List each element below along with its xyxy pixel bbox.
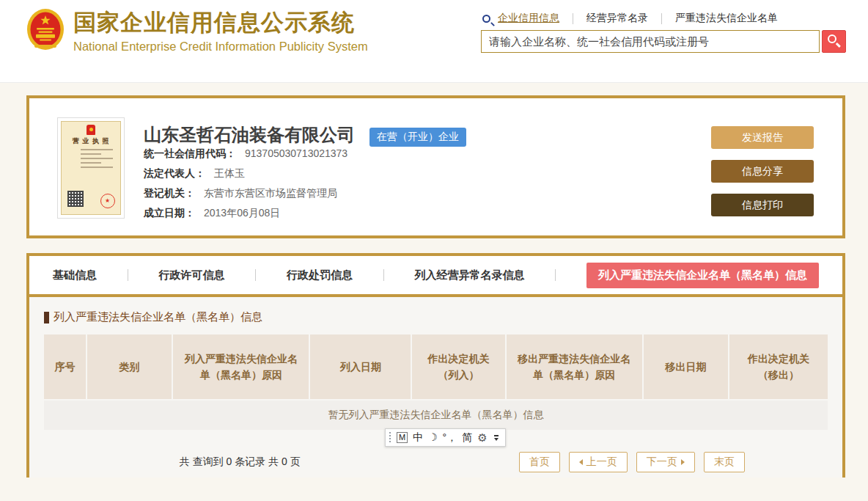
status-badge: 在营（开业）企业 — [369, 128, 466, 147]
col-header-list-authority: 作出决定机关（列入） — [412, 334, 506, 399]
company-fields: 统一社会信用代码：913705030713021373 法定代表人：王体玉 登记… — [144, 147, 347, 226]
company-summary-card: 营 业 执 照 山东圣哲石油装备有限公司 在营（开业）企业 统一社会信用代码：9… — [26, 95, 845, 238]
col-header-remove-date: 移出日期 — [644, 334, 730, 399]
col-header-seq: 序号 — [44, 334, 87, 399]
send-report-button[interactable]: 发送报告 — [711, 126, 814, 149]
next-page-button[interactable]: 下一页 — [636, 452, 695, 472]
license-qr-code — [67, 191, 84, 207]
blacklist-section: 列入严重违法失信企业名单（黑名单）信息 序号 类别 列入严重违法失信企业名单（黑… — [29, 297, 842, 478]
nav-separator — [573, 13, 573, 24]
license-emblem-icon — [87, 125, 95, 135]
ime-halfwidth-moon-icon[interactable]: ☽ — [428, 429, 438, 446]
prev-page-button[interactable]: 上一页 — [569, 452, 628, 472]
search-icon — [828, 34, 836, 43]
last-page-button[interactable]: 末页 — [704, 452, 745, 472]
next-arrow-icon — [681, 459, 685, 465]
col-header-remove-authority: 作出决定机关（移出） — [729, 334, 828, 399]
field-credit-code: 统一社会信用代码：913705030713021373 — [144, 147, 347, 161]
ime-settings-gear-icon[interactable]: ⚙ — [477, 429, 487, 446]
record-count-summary: 共 查询到 0 条记录 共 0 页 — [44, 456, 436, 469]
top-nav: 企业信用信息 经营异常名录 严重违法失信企业名单 — [482, 12, 778, 25]
tab-admin-penalty[interactable]: 行政处罚信息 — [287, 268, 353, 282]
section-title: 列入严重违法失信企业名单（黑名单）信息 — [54, 310, 262, 324]
business-license-image[interactable]: 营 业 执 照 — [57, 117, 125, 219]
col-header-category: 类别 — [87, 334, 174, 399]
tab-blacklist-active[interactable]: 列入严重违法失信企业名单（黑名单）信息 — [586, 263, 819, 288]
first-page-button[interactable]: 首页 — [519, 452, 560, 472]
search-bar — [481, 30, 846, 53]
tab-separator — [128, 269, 128, 281]
ime-simplified-icon[interactable]: 简 — [462, 429, 472, 446]
ime-drag-handle[interactable] — [389, 431, 391, 444]
ime-options-icon[interactable] — [493, 435, 500, 441]
tab-separator — [555, 269, 556, 281]
blacklist-table-header: 序号 类别 列入严重违法失信企业名单（黑名单）原因 列入日期 作出决定机关（列入… — [44, 334, 828, 399]
national-emblem-logo — [26, 8, 65, 55]
empty-state-row: 暂无列入严重违法失信企业名单（黑名单）信息 — [44, 401, 828, 430]
site-header: 国家企业信用信息公示系统 National Enterprise Credit … — [0, 0, 868, 83]
col-header-list-date: 列入日期 — [310, 334, 412, 399]
license-caption: 营 业 执 照 — [62, 136, 120, 146]
search-icon — [482, 15, 490, 23]
nav-link-credit-info[interactable]: 企业信用信息 — [498, 12, 559, 25]
site-brand: 国家企业信用信息公示系统 National Enterprise Credit … — [26, 8, 368, 55]
nav-separator — [661, 13, 662, 24]
tab-separator — [383, 269, 384, 281]
col-header-list-reason: 列入严重违法失信企业名单（黑名单）原因 — [173, 334, 310, 399]
company-name: 山东圣哲石油装备有限公司 — [144, 123, 355, 147]
site-title-en: National Enterprise Credit Information P… — [73, 37, 368, 55]
tab-separator — [255, 269, 256, 281]
search-button[interactable] — [822, 30, 846, 53]
field-establishment-date: 成立日期：2013年06月08日 — [144, 206, 347, 220]
field-registration-authority: 登记机关：东营市东营区市场监督管理局 — [144, 186, 347, 200]
ime-input-method-icon[interactable]: M — [397, 432, 408, 443]
ime-language-bar: M 中 ☽ °， 简 ⚙ — [385, 428, 506, 447]
prev-arrow-icon — [579, 459, 583, 465]
search-input[interactable] — [481, 30, 820, 53]
nav-link-abnormal-list[interactable]: 经营异常名录 — [586, 12, 648, 25]
tab-abnormal-list[interactable]: 列入经营异常名录信息 — [415, 268, 525, 282]
license-seal-icon — [100, 194, 115, 208]
pagination: 共 查询到 0 条记录 共 0 页 首页 上一页 下一页 末页 — [44, 452, 828, 472]
ime-chinese-mode-icon[interactable]: 中 — [413, 429, 423, 446]
ime-punctuation-icon[interactable]: °， — [443, 429, 457, 446]
nav-link-blacklist[interactable]: 严重违法失信企业名单 — [675, 12, 778, 25]
field-legal-representative: 法定代表人：王体玉 — [144, 167, 347, 180]
tab-basic-info[interactable]: 基础信息 — [53, 268, 97, 282]
share-info-button[interactable]: 信息分享 — [711, 160, 814, 183]
tab-admin-license[interactable]: 行政许可信息 — [159, 268, 225, 282]
print-info-button[interactable]: 信息打印 — [711, 194, 814, 216]
site-title-zh: 国家企业信用信息公示系统 — [73, 8, 368, 37]
tab-bar: 基础信息 行政许可信息 行政处罚信息 列入经营异常名录信息 列入严重违法失信企业… — [29, 256, 842, 294]
section-marker — [44, 312, 49, 323]
col-header-remove-reason: 移出严重违法失信企业名单（黑名单）原因 — [507, 334, 644, 399]
